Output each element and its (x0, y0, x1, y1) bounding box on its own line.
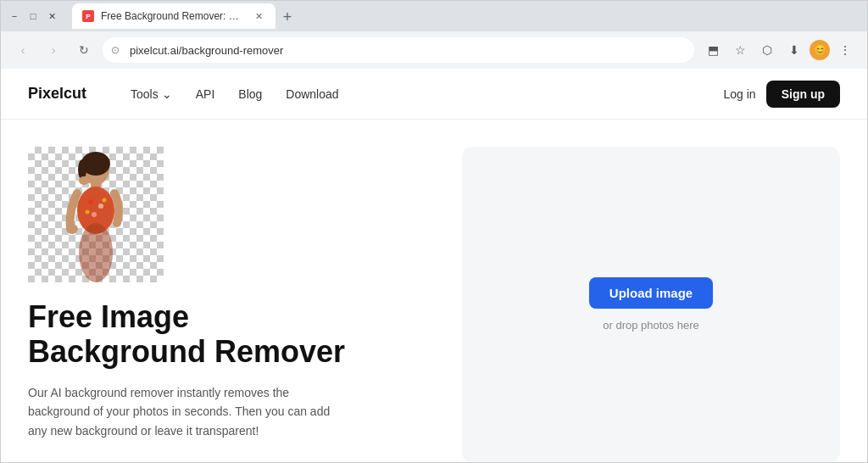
hero-title: Free Image Background Remover (28, 299, 435, 370)
upload-area[interactable]: Upload image or drop photos here (462, 147, 840, 462)
nav-links: Tools ⌄ API Blog Download (120, 81, 703, 108)
profile-avatar[interactable]: 😊 (810, 40, 830, 60)
chevron-down-icon: ⌄ (162, 87, 172, 101)
window-controls: − □ ✕ (8, 9, 58, 23)
active-tab[interactable]: P Free Background Remover: Re... ✕ (72, 3, 275, 29)
nav-download[interactable]: Download (275, 81, 348, 108)
browser-window: − □ ✕ P Free Background Remover: Re... ✕… (0, 0, 868, 463)
minimize-button[interactable]: − (8, 9, 21, 23)
hero-image (28, 147, 164, 282)
upload-image-button[interactable]: Upload image (589, 277, 713, 309)
address-bar: ‹ › ↻ ⊙ ⬒ ☆ ⬡ ⬇ 😊 ⋮ (1, 31, 867, 69)
svg-point-8 (103, 198, 107, 203)
nav-blog[interactable]: Blog (228, 81, 272, 108)
svg-point-7 (92, 212, 97, 217)
tabs-bar: P Free Background Remover: Re... ✕ + (72, 3, 860, 29)
svg-point-12 (79, 223, 113, 282)
bookmark-icon[interactable]: ☆ (728, 38, 752, 62)
maximize-button[interactable]: □ (26, 9, 40, 23)
refresh-button[interactable]: ↻ (72, 38, 96, 62)
extensions-icon[interactable]: ⬡ (755, 38, 779, 62)
close-button[interactable]: ✕ (45, 9, 58, 23)
woman-figure (53, 151, 130, 282)
address-lock-icon: ⊙ (111, 44, 120, 56)
download-icon[interactable]: ⬇ (782, 38, 806, 62)
nav-tools[interactable]: Tools ⌄ (120, 81, 182, 108)
nav-api[interactable]: API (186, 81, 225, 108)
tab-favicon: P (82, 10, 94, 22)
nav-auth: Log in Sign up (724, 81, 840, 108)
address-input[interactable] (103, 37, 694, 63)
svg-point-6 (98, 204, 103, 209)
svg-point-11 (79, 176, 89, 185)
site-logo[interactable]: Pixelcut (28, 85, 86, 103)
page-content: Pixelcut Tools ⌄ API Blog Download Log i… (1, 69, 867, 462)
svg-point-9 (86, 210, 90, 215)
hero-left: Free Image Background Remover Our AI bac… (28, 147, 435, 462)
tab-title: Free Background Remover: Re... (101, 10, 245, 22)
address-field-wrapper: ⊙ (103, 37, 694, 63)
back-button[interactable]: ‹ (11, 38, 35, 62)
forward-button[interactable]: › (42, 38, 65, 62)
site-nav: Pixelcut Tools ⌄ API Blog Download Log i… (1, 69, 867, 120)
drop-hint: or drop photos here (603, 319, 698, 332)
menu-icon[interactable]: ⋮ (833, 38, 857, 62)
hero-section: Free Image Background Remover Our AI bac… (1, 120, 867, 462)
hero-description: Our AI background remover instantly remo… (28, 383, 350, 440)
signup-button[interactable]: Sign up (766, 81, 840, 108)
toolbar-icons: ⬒ ☆ ⬡ ⬇ 😊 ⋮ (701, 38, 857, 62)
svg-point-10 (66, 224, 78, 234)
cast-icon[interactable]: ⬒ (701, 38, 725, 62)
login-link[interactable]: Log in (724, 87, 756, 101)
tab-close-button[interactable]: ✕ (252, 9, 265, 23)
new-tab-button[interactable]: + (275, 5, 299, 29)
title-bar: − □ ✕ P Free Background Remover: Re... ✕… (1, 1, 867, 31)
svg-point-5 (88, 199, 93, 204)
